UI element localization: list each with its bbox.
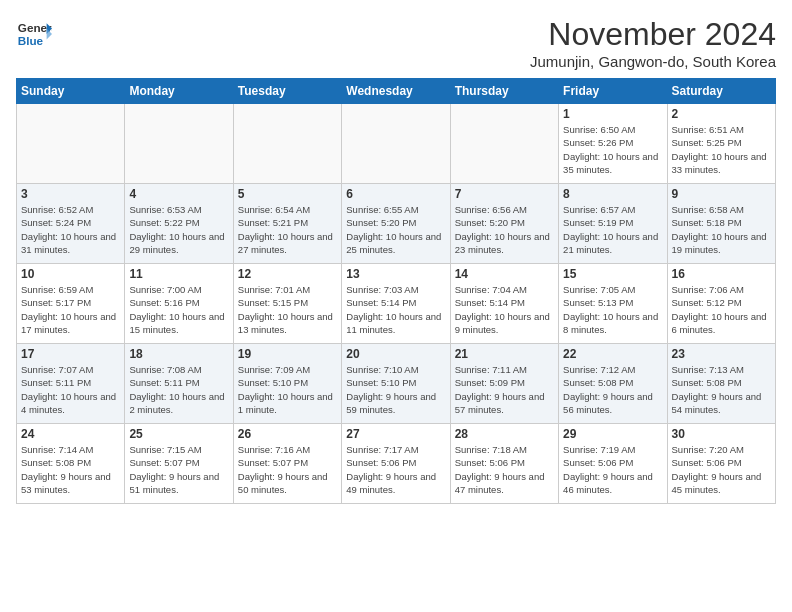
calendar-day: 18Sunrise: 7:08 AM Sunset: 5:11 PM Dayli…	[125, 344, 233, 424]
calendar-day: 25Sunrise: 7:15 AM Sunset: 5:07 PM Dayli…	[125, 424, 233, 504]
day-info: Sunrise: 7:00 AM Sunset: 5:16 PM Dayligh…	[129, 283, 228, 336]
day-number: 11	[129, 267, 228, 281]
weekday-header-thursday: Thursday	[450, 79, 558, 104]
day-number: 1	[563, 107, 662, 121]
calendar-week-row: 10Sunrise: 6:59 AM Sunset: 5:17 PM Dayli…	[17, 264, 776, 344]
day-info: Sunrise: 7:07 AM Sunset: 5:11 PM Dayligh…	[21, 363, 120, 416]
calendar-day: 7Sunrise: 6:56 AM Sunset: 5:20 PM Daylig…	[450, 184, 558, 264]
day-info: Sunrise: 7:12 AM Sunset: 5:08 PM Dayligh…	[563, 363, 662, 416]
day-info: Sunrise: 6:58 AM Sunset: 5:18 PM Dayligh…	[672, 203, 771, 256]
calendar-day: 29Sunrise: 7:19 AM Sunset: 5:06 PM Dayli…	[559, 424, 667, 504]
calendar-day: 22Sunrise: 7:12 AM Sunset: 5:08 PM Dayli…	[559, 344, 667, 424]
calendar-day: 4Sunrise: 6:53 AM Sunset: 5:22 PM Daylig…	[125, 184, 233, 264]
day-number: 2	[672, 107, 771, 121]
calendar-day: 5Sunrise: 6:54 AM Sunset: 5:21 PM Daylig…	[233, 184, 341, 264]
day-info: Sunrise: 6:56 AM Sunset: 5:20 PM Dayligh…	[455, 203, 554, 256]
calendar-day: 3Sunrise: 6:52 AM Sunset: 5:24 PM Daylig…	[17, 184, 125, 264]
day-info: Sunrise: 7:04 AM Sunset: 5:14 PM Dayligh…	[455, 283, 554, 336]
calendar-day: 1Sunrise: 6:50 AM Sunset: 5:26 PM Daylig…	[559, 104, 667, 184]
day-number: 5	[238, 187, 337, 201]
day-number: 13	[346, 267, 445, 281]
calendar-week-row: 17Sunrise: 7:07 AM Sunset: 5:11 PM Dayli…	[17, 344, 776, 424]
calendar-week-row: 3Sunrise: 6:52 AM Sunset: 5:24 PM Daylig…	[17, 184, 776, 264]
day-info: Sunrise: 6:55 AM Sunset: 5:20 PM Dayligh…	[346, 203, 445, 256]
day-number: 27	[346, 427, 445, 441]
calendar-day: 14Sunrise: 7:04 AM Sunset: 5:14 PM Dayli…	[450, 264, 558, 344]
day-number: 14	[455, 267, 554, 281]
svg-text:Blue: Blue	[18, 34, 44, 47]
day-info: Sunrise: 6:52 AM Sunset: 5:24 PM Dayligh…	[21, 203, 120, 256]
day-info: Sunrise: 7:10 AM Sunset: 5:10 PM Dayligh…	[346, 363, 445, 416]
day-info: Sunrise: 6:51 AM Sunset: 5:25 PM Dayligh…	[672, 123, 771, 176]
calendar-table: SundayMondayTuesdayWednesdayThursdayFrid…	[16, 78, 776, 504]
calendar-day: 15Sunrise: 7:05 AM Sunset: 5:13 PM Dayli…	[559, 264, 667, 344]
day-info: Sunrise: 7:17 AM Sunset: 5:06 PM Dayligh…	[346, 443, 445, 496]
weekday-header-row: SundayMondayTuesdayWednesdayThursdayFrid…	[17, 79, 776, 104]
day-info: Sunrise: 7:05 AM Sunset: 5:13 PM Dayligh…	[563, 283, 662, 336]
day-number: 21	[455, 347, 554, 361]
calendar-day: 9Sunrise: 6:58 AM Sunset: 5:18 PM Daylig…	[667, 184, 775, 264]
calendar-week-row: 1Sunrise: 6:50 AM Sunset: 5:26 PM Daylig…	[17, 104, 776, 184]
weekday-header-wednesday: Wednesday	[342, 79, 450, 104]
day-number: 18	[129, 347, 228, 361]
calendar-day: 6Sunrise: 6:55 AM Sunset: 5:20 PM Daylig…	[342, 184, 450, 264]
logo-icon: General Blue	[16, 16, 52, 52]
calendar-day: 16Sunrise: 7:06 AM Sunset: 5:12 PM Dayli…	[667, 264, 775, 344]
calendar-day	[450, 104, 558, 184]
day-number: 22	[563, 347, 662, 361]
day-info: Sunrise: 7:19 AM Sunset: 5:06 PM Dayligh…	[563, 443, 662, 496]
day-number: 8	[563, 187, 662, 201]
calendar-day: 13Sunrise: 7:03 AM Sunset: 5:14 PM Dayli…	[342, 264, 450, 344]
calendar-day	[342, 104, 450, 184]
weekday-header-friday: Friday	[559, 79, 667, 104]
calendar-day: 30Sunrise: 7:20 AM Sunset: 5:06 PM Dayli…	[667, 424, 775, 504]
day-number: 16	[672, 267, 771, 281]
calendar-day: 19Sunrise: 7:09 AM Sunset: 5:10 PM Dayli…	[233, 344, 341, 424]
location: Jumunjin, Gangwon-do, South Korea	[530, 53, 776, 70]
calendar-day: 24Sunrise: 7:14 AM Sunset: 5:08 PM Dayli…	[17, 424, 125, 504]
day-number: 28	[455, 427, 554, 441]
calendar-day: 28Sunrise: 7:18 AM Sunset: 5:06 PM Dayli…	[450, 424, 558, 504]
calendar-day: 23Sunrise: 7:13 AM Sunset: 5:08 PM Dayli…	[667, 344, 775, 424]
day-number: 17	[21, 347, 120, 361]
calendar-week-row: 24Sunrise: 7:14 AM Sunset: 5:08 PM Dayli…	[17, 424, 776, 504]
day-info: Sunrise: 7:06 AM Sunset: 5:12 PM Dayligh…	[672, 283, 771, 336]
day-info: Sunrise: 7:13 AM Sunset: 5:08 PM Dayligh…	[672, 363, 771, 416]
day-number: 20	[346, 347, 445, 361]
day-number: 15	[563, 267, 662, 281]
day-number: 26	[238, 427, 337, 441]
month-title: November 2024	[530, 16, 776, 53]
day-info: Sunrise: 7:01 AM Sunset: 5:15 PM Dayligh…	[238, 283, 337, 336]
day-info: Sunrise: 7:08 AM Sunset: 5:11 PM Dayligh…	[129, 363, 228, 416]
day-number: 6	[346, 187, 445, 201]
day-number: 3	[21, 187, 120, 201]
day-number: 9	[672, 187, 771, 201]
calendar-day: 21Sunrise: 7:11 AM Sunset: 5:09 PM Dayli…	[450, 344, 558, 424]
day-number: 12	[238, 267, 337, 281]
day-number: 30	[672, 427, 771, 441]
day-number: 29	[563, 427, 662, 441]
weekday-header-sunday: Sunday	[17, 79, 125, 104]
day-info: Sunrise: 7:18 AM Sunset: 5:06 PM Dayligh…	[455, 443, 554, 496]
calendar-day	[17, 104, 125, 184]
calendar-day: 12Sunrise: 7:01 AM Sunset: 5:15 PM Dayli…	[233, 264, 341, 344]
calendar-day: 20Sunrise: 7:10 AM Sunset: 5:10 PM Dayli…	[342, 344, 450, 424]
day-number: 4	[129, 187, 228, 201]
calendar-day: 8Sunrise: 6:57 AM Sunset: 5:19 PM Daylig…	[559, 184, 667, 264]
day-info: Sunrise: 7:11 AM Sunset: 5:09 PM Dayligh…	[455, 363, 554, 416]
day-number: 24	[21, 427, 120, 441]
day-number: 25	[129, 427, 228, 441]
weekday-header-tuesday: Tuesday	[233, 79, 341, 104]
weekday-header-monday: Monday	[125, 79, 233, 104]
calendar-day: 26Sunrise: 7:16 AM Sunset: 5:07 PM Dayli…	[233, 424, 341, 504]
logo: General Blue	[16, 16, 52, 52]
day-number: 19	[238, 347, 337, 361]
day-info: Sunrise: 7:03 AM Sunset: 5:14 PM Dayligh…	[346, 283, 445, 336]
day-number: 7	[455, 187, 554, 201]
calendar-day: 2Sunrise: 6:51 AM Sunset: 5:25 PM Daylig…	[667, 104, 775, 184]
day-info: Sunrise: 6:59 AM Sunset: 5:17 PM Dayligh…	[21, 283, 120, 336]
day-number: 23	[672, 347, 771, 361]
calendar-day	[233, 104, 341, 184]
calendar-day: 10Sunrise: 6:59 AM Sunset: 5:17 PM Dayli…	[17, 264, 125, 344]
day-info: Sunrise: 7:09 AM Sunset: 5:10 PM Dayligh…	[238, 363, 337, 416]
